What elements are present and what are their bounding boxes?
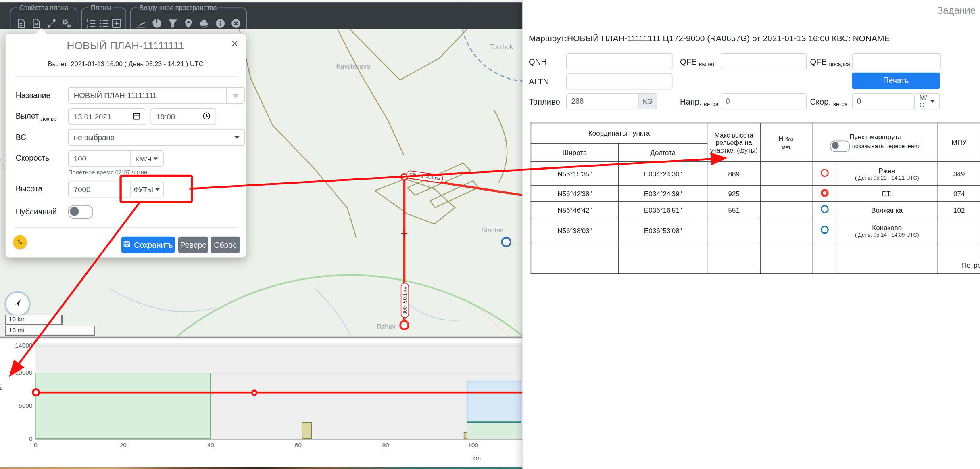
cell-mpu: 102 <box>938 202 980 218</box>
wind-direction-input[interactable]: 0 <box>721 93 807 109</box>
name-input[interactable]: НОВЫЙ ПЛАН-11111111 <box>68 87 227 104</box>
route-endpoint-rzhev[interactable] <box>400 321 409 329</box>
altitude-waypoint-marker[interactable] <box>31 388 40 396</box>
plus-square-icon[interactable] <box>110 16 123 29</box>
waypoint-radio[interactable] <box>813 185 836 201</box>
clock-icon[interactable] <box>202 112 211 122</box>
filter-icon[interactable] <box>166 16 179 29</box>
print-button[interactable]: Печать <box>852 73 940 89</box>
cell-lat: N56°46'42" <box>531 202 618 218</box>
popover-arrow <box>35 28 47 34</box>
divider <box>15 76 237 77</box>
file-chart-icon[interactable] <box>29 16 43 29</box>
qfe-departure-input[interactable] <box>721 53 807 69</box>
chevron-down-icon <box>234 136 239 138</box>
toggle-label: показывать пересечения <box>852 142 921 149</box>
name-label: Название <box>16 91 51 100</box>
calendar-icon[interactable] <box>133 112 141 122</box>
dialog-subtitle: Вылет: 2021-01-13 16:00 ( День 05:23 - 1… <box>6 60 246 68</box>
waypoint-radio[interactable] <box>813 161 836 185</box>
speed-input[interactable]: 100 <box>68 150 131 167</box>
list-icon[interactable] <box>97 16 110 29</box>
map-scale-km: 10 km <box>5 315 63 325</box>
intersections-toggle[interactable] <box>830 140 851 152</box>
info-icon[interactable] <box>213 16 227 29</box>
route-icon[interactable] <box>44 16 58 29</box>
altitude-line <box>35 391 522 393</box>
departure-date-input[interactable]: 13.01.2021 <box>68 108 146 125</box>
cloud-icon[interactable] <box>197 16 211 29</box>
departure-time-input[interactable]: 19:00 <box>150 108 216 125</box>
reset-button[interactable]: Сброс <box>211 237 240 253</box>
x-tick-label: 20 <box>114 442 132 448</box>
dialog-title: НОВЫЙ ПЛАН-11111111 <box>6 40 246 52</box>
qnh-input[interactable] <box>566 53 672 69</box>
altitude-unit-dropdown[interactable]: ФУТЫ <box>131 181 164 198</box>
wind-dir-text: Напр. <box>680 97 701 106</box>
star-icon[interactable]: ★ <box>227 87 245 104</box>
locate-me-button[interactable] <box>5 291 30 316</box>
location-pin-icon[interactable] <box>181 16 195 29</box>
chart-region-airspace-blue <box>467 381 521 422</box>
route-track <box>400 174 523 329</box>
safe-alt-header: Н без.мет. <box>760 123 813 161</box>
qfe-dep-text: QFE <box>680 57 696 66</box>
main-toolbar: Свойства планаПланы12Воздушное пространс… <box>0 2 523 29</box>
route-summary-value: НОВЫЙ ПЛАН-11111111 Ц172-9000 (RA0657G) … <box>567 34 890 43</box>
wind-direction-label: Напр. ветра <box>680 97 719 107</box>
cell-mpu: 074 <box>938 185 980 201</box>
departure-label-text: Вылет <box>16 112 39 121</box>
chart-region-airspace-green-low <box>467 422 521 439</box>
public-toggle[interactable] <box>68 205 93 219</box>
reverse-button[interactable]: Реверс <box>178 237 208 253</box>
x-tick-label: 60 <box>289 442 307 448</box>
file-icon[interactable] <box>14 16 27 29</box>
wind-speed-text: Скор. <box>810 97 831 106</box>
fuel-input[interactable]: 288 <box>566 93 639 109</box>
altitude-value: 7000 <box>74 185 125 194</box>
toolbar-group-3: Воздушное пространство <box>130 8 247 29</box>
lon-header: Долгота <box>619 144 707 162</box>
qfe-arr-sub: посадка <box>829 61 850 67</box>
panel-title: Задание <box>937 5 976 16</box>
save-button[interactable]: Сохранить <box>121 237 175 253</box>
map-scale-mi: 10 mi <box>5 326 95 336</box>
fuel-value: 288 <box>571 97 584 106</box>
wind-speed-unit: М/С <box>920 94 930 109</box>
mpu-header: МПУ <box>938 123 980 161</box>
qnh-label: QNH <box>529 57 547 66</box>
close-circle-icon[interactable] <box>229 16 243 29</box>
elevation-profile-panel: 050001000014000020406080100 FT km <box>0 337 523 467</box>
flight-time-note: Полётное время 02:07 ч:мин <box>68 169 147 176</box>
speed-unit-dropdown[interactable]: КМ/Ч <box>131 150 164 167</box>
wind-speed-input[interactable]: 0 <box>852 93 914 109</box>
aircraft-value: не выбрано <box>74 133 234 142</box>
ordered-list-icon[interactable]: 12 <box>84 16 97 29</box>
wind-speed-unit-select[interactable]: М/С <box>914 93 940 109</box>
toolbar-group-label: Свойства плана <box>17 4 71 11</box>
qfe-arr-text: QFE <box>810 57 826 66</box>
altn-input[interactable] <box>566 73 672 89</box>
cell-waypoint-name: Конаково( День: 05:14 - 14:09 UTC) <box>836 218 938 243</box>
qfe-arrival-input[interactable] <box>852 53 941 69</box>
chevron-down-icon <box>930 100 935 103</box>
qfe-departure-label: QFE вылет <box>680 57 715 67</box>
cell-relief: 925 <box>707 185 760 201</box>
aircraft-select[interactable]: не выбрано <box>68 129 245 146</box>
plane-departure-icon[interactable] <box>134 16 148 29</box>
waypoint-radio[interactable] <box>813 202 836 218</box>
gears-icon[interactable] <box>60 16 73 29</box>
toolbar-group-label: Планы <box>88 4 114 11</box>
toolbar-group-label: Воздушное пространство <box>137 4 219 11</box>
cell-mpu: 349 <box>938 161 980 185</box>
departure-label: Вылет лок вр <box>16 112 56 122</box>
pencil-icon[interactable]: ✎ <box>13 235 27 249</box>
route-summary-prefix: Маршрут: <box>529 34 567 43</box>
x-tick-label: 0 <box>26 442 45 448</box>
toolbar-group-1: Свойства плана <box>10 8 77 29</box>
staritsa-point[interactable] <box>502 238 511 247</box>
altitude-input[interactable]: 7000 <box>68 181 131 198</box>
altitude-waypoint-marker[interactable] <box>251 389 257 395</box>
waypoint-radio[interactable] <box>813 218 836 243</box>
pie-chart-icon[interactable] <box>150 16 164 29</box>
